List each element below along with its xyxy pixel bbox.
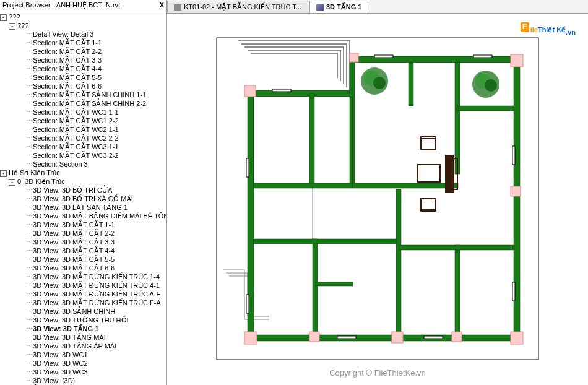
tree-node-label: 3D View: 3D WC3 — [33, 368, 87, 376]
tree-node-label: ??? — [9, 13, 20, 20]
tree-node-label: Section: Section 3 — [33, 160, 88, 168]
tab-label: 3D TẦNG 1 — [326, 3, 362, 11]
plant-icon — [472, 71, 499, 98]
tree-leaf-icon: ⋯ — [26, 82, 31, 90]
tree-node[interactable]: ⋯ 3D View: 3D MẶT CẮT 2-2 — [0, 229, 166, 238]
logo-text-2: Thiết Kế — [538, 26, 566, 33]
tree-node[interactable]: ⋯ 3D View: 3D SẢNH CHÍNH — [0, 307, 166, 316]
tree-leaf-icon: ⋯ — [26, 333, 31, 342]
view-tab[interactable]: 3D TẦNG 1 — [309, 1, 369, 13]
tree-node[interactable]: ⋯ Section: MẶT CẮT 3-3 — [0, 56, 166, 64]
tree-node[interactable]: ⋯ Section: MẶT CẮT WC1 2-2 — [0, 116, 166, 125]
tree-node-label: 3D View: 3D LÁT SÀN TẦNG 1 — [33, 204, 128, 211]
tree-node[interactable]: ⋯ Section: MẶT CẮT WC3 1-1 — [0, 142, 166, 151]
tree-node-label: 3D View: 3D MẶT CẮT 5-5 — [33, 256, 115, 263]
tree-node[interactable]: ⋯ 3D View: 3D BỐ TRÍ CỬA — [0, 186, 166, 194]
tree-node[interactable]: ⋯ 3D View: 3D LÁT SÀN TẦNG 1 — [0, 203, 166, 212]
tree-node[interactable]: ⋯ 3D View: 3D WC3 — [0, 368, 166, 376]
tree-leaf-icon: ⋯ — [26, 38, 31, 47]
svg-rect-9 — [455, 63, 460, 174]
tree-node[interactable]: -Hồ Sơ Kiến Trúc — [0, 168, 166, 177]
tree-node-label: 3D View: 3D MẶT CẮT 1-1 — [33, 221, 115, 228]
tree-twisty-icon[interactable]: - — [9, 23, 15, 30]
plant-icon — [361, 67, 388, 95]
logo-suffix: .vn — [566, 28, 576, 36]
tree-node[interactable]: ⋯ Section: Section 3 — [0, 160, 166, 168]
tree-node[interactable]: ⋯ 3D View: 3D MẶT ĐỨNG KIẾN TRÚC 4-1 — [0, 281, 166, 290]
tree-node[interactable]: ⋯ Section: MẶT CẮT 4-4 — [0, 64, 166, 73]
project-browser-sidebar: Project Browser - ANH HUỆ BCT IN.rvt X -… — [0, 0, 167, 385]
view-tab[interactable]: KT01-02 - MẶT BẰNG KIẾN TRÚC T... — [167, 1, 308, 13]
svg-rect-8 — [409, 63, 413, 106]
tree-node[interactable]: ⋯ Section: MẶT CẮT 1-1 — [0, 38, 166, 47]
tree-leaf-icon: ⋯ — [26, 368, 31, 376]
tree-node[interactable]: ⋯ 3D View: 3D BỐ TRÍ XÀ GỒ MÁI — [0, 194, 166, 203]
tree-node[interactable]: ⋯ Section: MẶT CẮT SẢNH CHÍNH 1-1 — [0, 90, 166, 99]
tree-leaf-icon: ⋯ — [26, 47, 31, 56]
tree-node[interactable]: ⋯ 3D View: 3D TƯỜNG THU HỒI — [0, 316, 166, 324]
tree-node[interactable]: ⋯ Section: MẶT CẮT 2-2 — [0, 47, 166, 56]
tree-node[interactable]: ⋯ 3D View: 3D WC2 — [0, 359, 166, 368]
tree-node[interactable]: ⋯ Section: MẶT CẮT WC1 1-1 — [0, 108, 166, 116]
view-tabs: KT01-02 - MẶT BẰNG KIẾN TRÚC T...3D TẦNG… — [167, 0, 588, 14]
tree-leaf-icon: ⋯ — [26, 116, 31, 125]
tree-node[interactable]: ⋯ 3D View: 3D MẶT CẮT 6-6 — [0, 264, 166, 272]
tree-node-label: Section: MẶT CẮT WC3 1-1 — [33, 143, 118, 150]
tree-node[interactable]: ⋯ Detail View: Detail 3 — [0, 30, 166, 38]
tree-node-label: 3D View: 3D BỐ TRÍ CỬA — [33, 186, 112, 194]
tree-node[interactable]: ⋯ 3D View: {3D} — [0, 376, 166, 385]
svg-rect-17 — [316, 282, 353, 286]
tree-node-label: 3D View: 3D TẦNG MÁI — [33, 334, 106, 341]
tree-node[interactable]: ⋯ Section: MẶT CẮT WC2 2-2 — [0, 134, 166, 142]
tree-node[interactable]: ⋯ 3D View: 3D MẶT ĐỨNG KIẾN TRÚC F-A — [0, 298, 166, 307]
tree-node[interactable]: ⋯ 3D View: 3D MẶT ĐỨNG KIẾN TRÚC A-F — [0, 290, 166, 298]
floor-plan-3d[interactable] — [214, 35, 542, 364]
tree-node[interactable]: ⋯ 3D View: 3D TẦNG MÁI — [0, 333, 166, 342]
tree-node[interactable]: ⋯ Section: MẶT CẮT WC2 1-1 — [0, 125, 166, 134]
tree-node[interactable]: ⋯ 3D View: 3D MẶT CẮT 4-4 — [0, 246, 166, 255]
tree-node[interactable]: ⋯ Section: MẶT CẮT 6-6 — [0, 82, 166, 90]
tree-node[interactable]: ⋯ 3D View: 3D WC1 — [0, 350, 166, 359]
tree-node[interactable]: ⋯ 3D View: 3D MẶT CẮT 1-1 — [0, 220, 166, 229]
tree-node-label: 3D View: 3D MẶT CẮT 2-2 — [33, 230, 115, 237]
svg-rect-44 — [512, 146, 515, 165]
tree-leaf-icon: ⋯ — [26, 56, 31, 64]
tree-leaf-icon: ⋯ — [26, 160, 31, 168]
tree-leaf-icon: ⋯ — [26, 281, 31, 290]
sidebar-close-button[interactable]: X — [160, 1, 164, 9]
tree-leaf-icon: ⋯ — [26, 272, 31, 281]
tree-leaf-icon: ⋯ — [26, 298, 31, 307]
svg-rect-42 — [374, 55, 393, 58]
tree-node-label: Section: MẶT CẮT WC2 2-2 — [33, 134, 118, 142]
tree-node[interactable]: ⋯ Section: MẶT CẮT SẢNH CHÍNH 2-2 — [0, 99, 166, 108]
tree-twisty-icon[interactable]: - — [0, 170, 7, 177]
tree-node[interactable]: ⋯ 3D View: 3D MẶT CẮT 5-5 — [0, 255, 166, 264]
tree-node[interactable]: ⋯ 3D View: 3D TẦNG ÁP MÁI — [0, 342, 166, 350]
tree-leaf-icon: ⋯ — [26, 246, 31, 255]
tree-node-label: 3D View: 3D BỐ TRÍ XÀ GỒ MÁI — [33, 195, 133, 202]
tree-node-label: Section: MẶT CẮT 5-5 — [33, 74, 102, 81]
main-area: KT01-02 - MẶT BẰNG KIẾN TRÚC T...3D TẦNG… — [167, 0, 588, 385]
tree-leaf-icon: ⋯ — [26, 194, 31, 203]
tree-node[interactable]: ⋯ 3D View: 3D MẶT BẰNG DIỀM MÁI BÊ TÔNG — [0, 212, 166, 220]
tree-node[interactable]: ⋯ Section: MẶT CẮT WC3 2-2 — [0, 151, 166, 160]
tree-leaf-icon: ⋯ — [26, 316, 31, 324]
tree-node[interactable]: -??? — [0, 21, 166, 30]
tree-leaf-icon: ⋯ — [26, 108, 31, 116]
watermark-copyright: Copyright © FileThietKe.vn — [329, 368, 426, 378]
tree-node[interactable]: -0. 3D Kiến Trúc — [0, 177, 166, 186]
tree-twisty-icon[interactable]: - — [9, 179, 15, 186]
tree-node[interactable]: ⋯ 3D View: 3D MẶT CẮT 3-3 — [0, 238, 166, 246]
tree-node-label: Hồ Sơ Kiến Trúc — [9, 169, 60, 176]
watermark-logo: ileThiết Kế.vn — [521, 20, 576, 36]
tree-leaf-icon: ⋯ — [26, 220, 31, 229]
tree-node[interactable]: ⋯ 3D View: 3D MẶT ĐỨNG KIẾN TRÚC 1-4 — [0, 272, 166, 281]
svg-rect-13 — [254, 183, 353, 188]
viewport-3d[interactable]: ileThiết Kế.vn — [167, 14, 588, 385]
tree-node[interactable]: ⋯ 3D View: 3D TẦNG 1 — [0, 324, 166, 333]
tree-node[interactable]: ⋯ Section: MẶT CẮT 5-5 — [0, 73, 166, 82]
svg-rect-10 — [396, 189, 401, 335]
tree-node[interactable]: -??? — [0, 12, 166, 21]
tree-twisty-icon[interactable]: - — [0, 14, 7, 21]
svg-rect-21 — [511, 332, 523, 344]
